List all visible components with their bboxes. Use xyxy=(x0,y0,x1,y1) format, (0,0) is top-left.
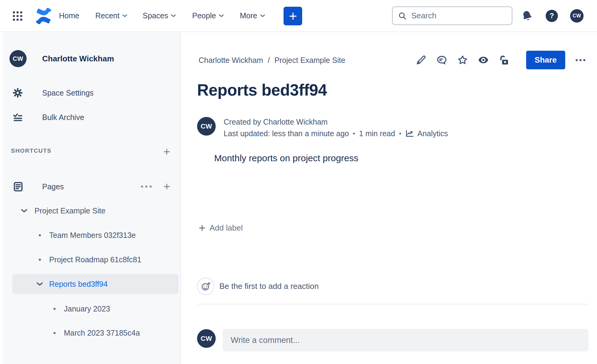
search-icon xyxy=(398,11,407,20)
reaction-prompt: Be the first to add a reaction xyxy=(219,282,319,291)
read-time-text: 1 min read xyxy=(359,129,395,138)
dot-separator: • xyxy=(399,130,401,137)
page-actions: Share xyxy=(416,51,586,69)
sidebar-section-label: Pages xyxy=(42,182,64,191)
sidebar-item-bulk-archive[interactable]: Bulk Archive xyxy=(0,111,180,124)
tree-item-reports-selected[interactable]: Reports bed3ff94 xyxy=(0,276,180,292)
ellipsis-icon xyxy=(575,58,586,62)
tree-item-label: Reports bed3ff94 xyxy=(49,280,108,289)
restrictions-button[interactable] xyxy=(499,55,510,66)
tree-item-january-2023[interactable]: • January 2023 xyxy=(0,301,180,317)
star-button[interactable] xyxy=(457,54,468,66)
bullet-icon: • xyxy=(53,329,56,337)
edit-button[interactable] xyxy=(416,55,427,66)
nav-item-label: People xyxy=(192,11,216,20)
space-name: Charlotte Wickham xyxy=(42,54,114,64)
plus-icon xyxy=(288,11,298,21)
search-input[interactable] xyxy=(411,11,503,20)
pages-more-button[interactable] xyxy=(140,182,153,191)
bullet-icon: • xyxy=(53,304,56,313)
bullet-icon: • xyxy=(38,231,41,240)
commenter-avatar: CW xyxy=(197,329,216,348)
profile-avatar[interactable]: CW xyxy=(570,9,584,23)
nav-item-more[interactable]: More xyxy=(240,0,265,31)
nav-item-recent[interactable]: Recent xyxy=(95,0,127,31)
plus-icon xyxy=(198,224,206,232)
breadcrumb-separator: / xyxy=(268,56,270,65)
nav-item-label: Spaces xyxy=(143,11,168,20)
created-by-text: Created by Charlotte Wickham xyxy=(224,118,448,126)
analytics-label: Analytics xyxy=(417,129,448,138)
pages-icon xyxy=(13,181,24,192)
bullet-icon: • xyxy=(38,255,41,264)
avatar-initials: CW xyxy=(573,13,581,19)
nav-item-label: Recent xyxy=(95,11,119,20)
breadcrumb-parent[interactable]: Project Example Site xyxy=(274,56,345,65)
tree-item-project-roadmap[interactable]: • Project Roadmap 61c8fc81 xyxy=(0,252,180,268)
avatar-initials: CW xyxy=(13,55,23,62)
chevron-down-icon[interactable] xyxy=(21,209,27,213)
add-reaction-button[interactable] xyxy=(197,278,214,295)
sidebar-section-pages[interactable]: Pages xyxy=(0,180,180,193)
create-button[interactable] xyxy=(284,7,302,25)
comment-icon xyxy=(436,54,447,66)
gear-icon xyxy=(13,88,23,98)
sidebar-item-space-settings[interactable]: Space Settings xyxy=(0,86,180,100)
share-button[interactable]: Share xyxy=(526,51,565,69)
comment-button[interactable] xyxy=(436,54,447,66)
chevron-down-icon xyxy=(219,14,224,17)
nav-item-spaces[interactable]: Spaces xyxy=(143,0,176,31)
page-body-text: Monthly reports on project progress xyxy=(214,153,358,163)
chevron-down-icon xyxy=(171,14,176,17)
space-avatar: CW xyxy=(9,50,27,67)
comment-input[interactable] xyxy=(223,329,588,351)
tree-item-march-2023[interactable]: • March 2023 37185c4a xyxy=(0,325,180,341)
chevron-down-icon[interactable] xyxy=(36,282,43,286)
chevron-down-icon xyxy=(122,14,127,17)
analytics-icon xyxy=(405,129,414,138)
tree-item-label: Project Example Site xyxy=(35,206,105,215)
nav-item-label: Home xyxy=(59,11,79,20)
avatar-initials: CW xyxy=(201,335,212,343)
nav-item-home[interactable]: Home xyxy=(59,0,79,31)
bell-icon xyxy=(519,8,534,23)
pencil-icon xyxy=(416,55,427,66)
tree-item-label: March 2023 37185c4a xyxy=(64,329,140,337)
ellipsis-icon xyxy=(141,185,152,188)
page-title: Reports bed3ff94 xyxy=(197,81,327,99)
more-options-button[interactable] xyxy=(575,58,586,62)
add-shortcut-button[interactable] xyxy=(162,147,172,157)
tree-item-project-example-site[interactable]: Project Example Site xyxy=(0,203,180,219)
watch-button[interactable] xyxy=(478,54,489,66)
notifications-button[interactable] xyxy=(521,10,533,22)
tree-item-team-members[interactable]: • Team Members 032f313e xyxy=(0,227,180,243)
nav-item-people[interactable]: People xyxy=(192,0,224,31)
avatar-initials: CW xyxy=(201,122,212,130)
eye-icon xyxy=(478,54,489,66)
sidebar-item-label: Space Settings xyxy=(42,89,93,97)
bulk-archive-icon xyxy=(13,112,23,122)
apps-grid-icon[interactable] xyxy=(11,10,24,22)
add-label-button[interactable]: Add label xyxy=(198,222,243,234)
breadcrumb: Charlotte Wickham / Project Example Site xyxy=(199,56,345,65)
nav-item-label: More xyxy=(240,11,257,20)
shortcuts-heading: SHORTCUTS xyxy=(11,147,52,154)
space-sidebar: CW Charlotte Wickham Space Settings xyxy=(0,32,181,364)
smiley-plus-icon xyxy=(201,281,211,292)
top-navigation: Home Recent Spaces People More xyxy=(0,0,597,32)
breadcrumb-space[interactable]: Charlotte Wickham xyxy=(199,56,263,65)
confluence-logo[interactable] xyxy=(35,8,52,24)
help-button[interactable]: ? xyxy=(546,10,558,22)
add-page-button[interactable] xyxy=(162,182,172,191)
author-avatar: CW xyxy=(197,117,216,136)
unlock-icon xyxy=(499,55,510,66)
last-updated-text: Last updated: less than a minute ago xyxy=(224,129,349,138)
star-icon xyxy=(457,54,468,66)
plus-icon xyxy=(163,147,171,156)
tree-item-label: January 2023 xyxy=(64,304,110,313)
chevron-down-icon xyxy=(260,14,265,17)
analytics-link[interactable]: Analytics xyxy=(405,129,448,138)
tree-item-label: Team Members 032f313e xyxy=(49,231,136,240)
dot-separator: • xyxy=(353,130,355,137)
comments-divider xyxy=(197,304,588,304)
